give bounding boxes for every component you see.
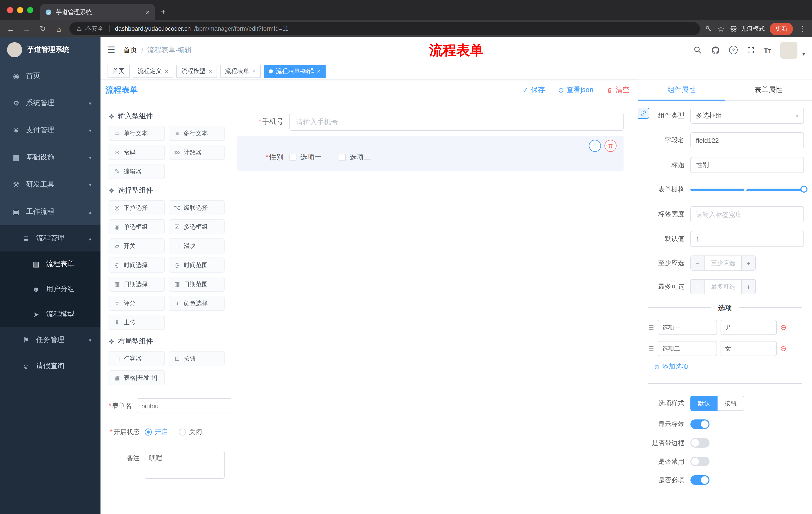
sidebar-item-system[interactable]: ⚙ 系统管理 ▾ (0, 89, 100, 117)
component-type-select[interactable]: 多选框组 ▾ (690, 108, 804, 124)
sidebar-item-process-mgmt[interactable]: ≣ 流程管理 ▴ (0, 225, 100, 251)
sidebar-item-home[interactable]: ◉ 首页 (0, 62, 100, 89)
breadcrumb-home[interactable]: 首页 (123, 46, 138, 55)
option-value-input[interactable] (720, 320, 777, 335)
palette-item[interactable]: ▥日期范围 (169, 277, 225, 292)
sidebar-item-process-model[interactable]: ➤ 流程模型 (0, 302, 100, 327)
disabled-toggle[interactable] (690, 457, 709, 466)
slider-track[interactable] (690, 189, 804, 191)
sidebar-item-infra[interactable]: ▤ 基础设施 ▾ (0, 144, 100, 171)
tag-close-icon[interactable]: × (208, 67, 212, 75)
tab-component-props[interactable]: 组件属性 (638, 79, 725, 100)
palette-item[interactable]: ▭单行文本 (109, 126, 165, 141)
remove-option-icon[interactable]: ⊖ (780, 344, 786, 353)
sidebar-item-payment[interactable]: ¥ 支付管理 ▾ (0, 117, 100, 144)
palette-item[interactable]: ▱开关 (109, 238, 165, 253)
tab-form-props[interactable]: 表单属性 (725, 79, 812, 100)
minus-icon[interactable]: − (691, 256, 705, 270)
search-icon[interactable] (693, 46, 702, 54)
fullscreen-icon[interactable] (747, 46, 754, 54)
sliders-icon[interactable]: ☰ (648, 345, 654, 352)
style-default-button[interactable]: 默认 (690, 396, 718, 411)
tag-process-definition[interactable]: 流程定义 × (133, 64, 173, 78)
remove-option-icon[interactable]: ⊖ (780, 323, 786, 332)
close-window-button[interactable] (7, 7, 13, 13)
gender-option-2[interactable]: 选项二 (339, 153, 371, 162)
hamburger-icon[interactable]: ☰ (108, 45, 115, 55)
palette-item[interactable]: 123计数器 (169, 145, 225, 160)
delete-field-button[interactable] (605, 140, 616, 152)
palette-item[interactable]: ◫行容器 (109, 351, 165, 366)
tag-process-form-edit[interactable]: 流程表单-编辑 × (264, 64, 326, 78)
clear-button[interactable]: 清空 (607, 85, 630, 94)
update-button[interactable]: 更新 (770, 22, 793, 35)
tab-close-icon[interactable]: × (146, 8, 150, 16)
link-icon[interactable] (638, 108, 649, 119)
save-button[interactable]: ✓ 保存 (523, 85, 545, 94)
grid-slider[interactable] (690, 182, 804, 198)
plus-icon[interactable]: + (741, 256, 755, 270)
palette-item[interactable]: ▦日期选择 (109, 277, 165, 292)
url-bar[interactable]: ⚠ 不安全 dashboard.yudao.iocoder.cn/bpm/man… (69, 22, 700, 35)
help-icon[interactable]: ? (729, 46, 737, 54)
reload-icon[interactable]: ↻ (37, 24, 48, 33)
style-button-button[interactable]: 按钮 (718, 396, 744, 411)
palette-item[interactable]: ⇪上传 (109, 315, 165, 330)
phone-input[interactable] (289, 113, 624, 131)
minimize-window-button[interactable] (17, 7, 23, 13)
default-value-input[interactable] (690, 231, 804, 247)
form-canvas[interactable]: *手机号 (231, 101, 638, 514)
forward-icon[interactable]: → (21, 24, 32, 33)
phone-field-row[interactable]: *手机号 (237, 113, 624, 131)
sliders-icon[interactable]: ☰ (648, 324, 654, 331)
palette-item[interactable]: ▦表格[开发中] (109, 370, 165, 385)
copy-field-button[interactable] (589, 140, 601, 152)
back-icon[interactable]: ← (5, 24, 16, 33)
github-icon[interactable] (711, 46, 720, 55)
checkbox-icon[interactable] (339, 154, 346, 161)
add-option-button[interactable]: ⊕ 添加选项 (654, 362, 804, 371)
home-icon[interactable]: ⌂ (53, 24, 64, 33)
show-label-toggle[interactable] (690, 420, 709, 429)
palette-item[interactable]: ↔滑块 (169, 238, 225, 253)
palette-item[interactable]: ∗密码 (109, 145, 165, 160)
key-icon[interactable] (705, 25, 712, 32)
palette-item[interactable]: ≡多行文本 (169, 126, 225, 141)
palette-item[interactable]: ☆评分 (109, 296, 165, 311)
min-select-input[interactable] (705, 256, 741, 270)
max-select-input[interactable] (705, 280, 741, 294)
tag-close-icon[interactable]: × (252, 67, 256, 75)
status-on-radio[interactable]: 开启 (145, 428, 168, 437)
gender-option-1[interactable]: 选项一 (289, 153, 322, 162)
slider-handle[interactable] (801, 186, 808, 193)
font-size-icon[interactable]: TT (763, 46, 771, 54)
sidebar-item-devtools[interactable]: ⚒ 研发工具 ▾ (0, 171, 100, 198)
sidebar-item-process-form[interactable]: ▤ 流程表单 (0, 251, 100, 277)
option-value-input[interactable] (720, 341, 777, 356)
tag-home[interactable]: 首页 (108, 64, 129, 78)
palette-item[interactable]: ◴时间选择 (109, 258, 165, 273)
sidebar-item-task-mgmt[interactable]: ⚑ 任务管理 ▾ (0, 327, 100, 353)
border-toggle[interactable] (690, 438, 709, 448)
browser-menu-icon[interactable]: ⋮ (798, 25, 807, 33)
tag-close-icon[interactable]: × (317, 67, 321, 75)
title-input[interactable] (690, 157, 804, 173)
gender-field-row[interactable]: *性别 选项一 选项二 (237, 153, 624, 162)
option-label-input[interactable] (658, 341, 717, 356)
avatar[interactable] (780, 42, 798, 59)
form-remark-textarea[interactable]: 嘿嘿 (145, 451, 225, 479)
palette-item[interactable]: ◑颜色选择 (169, 296, 225, 311)
avatar-caret-icon[interactable]: ▾ (803, 51, 805, 59)
sidebar-item-workflow[interactable]: ▣ 工作流程 ▴ (0, 198, 100, 225)
palette-item[interactable]: ⌥级联选择 (169, 200, 225, 215)
status-off-radio[interactable]: 关闭 (179, 428, 202, 437)
palette-item[interactable]: ◎下拉选择 (109, 200, 165, 215)
required-toggle[interactable] (690, 475, 709, 485)
palette-item[interactable]: ◉单选框组 (109, 219, 165, 234)
tag-close-icon[interactable]: × (165, 67, 168, 75)
browser-tab[interactable]: 芋道管理系统 × (40, 4, 155, 20)
tag-process-form[interactable]: 流程表单 × (220, 64, 261, 78)
palette-item[interactable]: ☑多选框组 (169, 219, 225, 234)
new-tab-button[interactable]: + (161, 7, 166, 17)
maximize-window-button[interactable] (27, 7, 33, 13)
